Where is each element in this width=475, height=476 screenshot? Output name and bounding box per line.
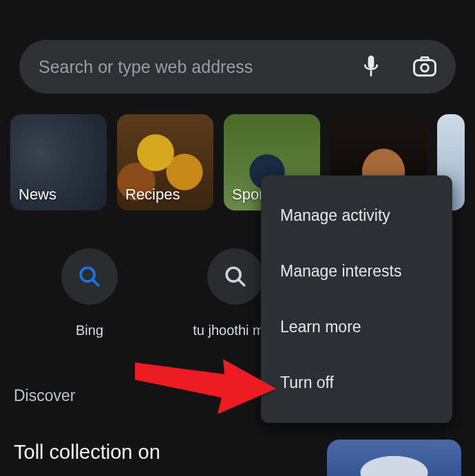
- shortcut-icon-circle: [207, 248, 264, 305]
- shortcut-icon-circle: [61, 248, 118, 305]
- tile-recipes[interactable]: Recipes: [117, 114, 213, 210]
- svg-point-3: [421, 64, 429, 72]
- shortcut-label: Bing: [76, 323, 103, 338]
- search-bar[interactable]: Search or type web address: [19, 40, 456, 94]
- menu-item-turn-off[interactable]: Turn off: [261, 355, 452, 411]
- search-placeholder: Search or type web address: [39, 57, 362, 77]
- svg-line-7: [239, 280, 244, 285]
- tile-label: News: [19, 186, 56, 204]
- svg-rect-2: [414, 60, 436, 75]
- feed-thumbnail: [327, 440, 461, 476]
- camera-search-icon[interactable]: [413, 56, 436, 77]
- svg-rect-0: [368, 56, 374, 68]
- discover-context-menu: Manage activity Manage interests Learn m…: [261, 175, 452, 423]
- menu-item-learn-more[interactable]: Learn more: [261, 299, 452, 355]
- tile-label: Recipes: [125, 186, 180, 204]
- feed-title: Toll collection on: [14, 440, 160, 466]
- tile-news[interactable]: News: [10, 114, 107, 210]
- shortcut-bing[interactable]: Bing: [41, 248, 138, 338]
- svg-line-5: [93, 280, 98, 285]
- voice-search-icon[interactable]: [362, 55, 380, 78]
- feed-card[interactable]: Toll collection on: [14, 440, 461, 476]
- search-icon: [224, 265, 247, 288]
- search-icon: [78, 265, 101, 288]
- menu-item-manage-activity[interactable]: Manage activity: [261, 188, 452, 244]
- menu-item-manage-interests[interactable]: Manage interests: [261, 244, 452, 299]
